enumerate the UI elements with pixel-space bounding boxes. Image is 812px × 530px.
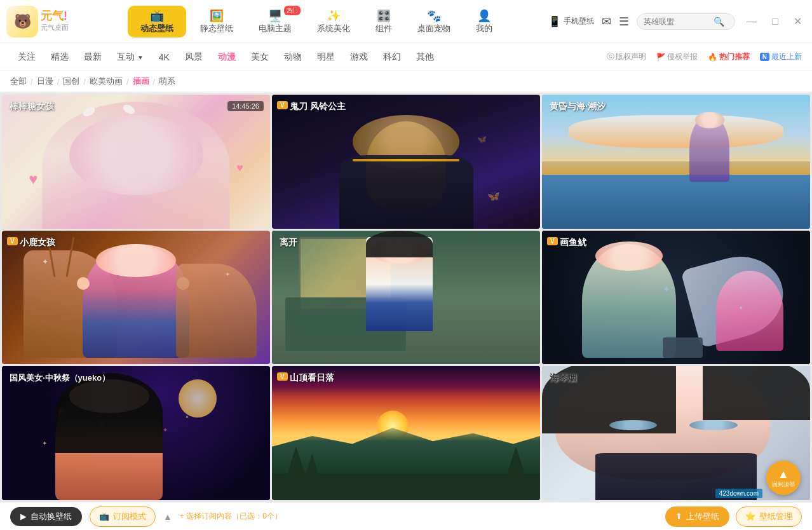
- wallpaper-item-5[interactable]: 离开: [272, 231, 540, 365]
- flag-icon: 🚩: [656, 53, 666, 62]
- wallpaper-item-4[interactable]: ✦ ✦ V 小鹿女孩: [2, 231, 270, 365]
- right-actions: ⬆ 上传壁纸 ⭐ 壁纸管理: [665, 506, 802, 527]
- maximize-btn[interactable]: □: [768, 15, 782, 29]
- sep2: /: [57, 77, 60, 86]
- wallpaper-item-7[interactable]: 🏮 🏮 ✦ ✦ ✦ 国风美女·中秋祭（yueko）: [2, 366, 270, 500]
- search-icon[interactable]: 🔍: [714, 17, 724, 27]
- bottom-bar: ▶ 自动换壁纸 📺 订阅模式 ▲ + 选择订阅内容（已选：0个） ⬆ 上传壁纸 …: [0, 502, 812, 530]
- play-icon: ▶: [20, 512, 27, 521]
- item-title-5: 离开: [280, 237, 297, 248]
- auto-wallpaper-btn[interactable]: ▶ 自动换壁纸: [10, 507, 82, 526]
- sep5: /: [153, 77, 156, 86]
- item-title-9: 海琴烟: [550, 372, 576, 384]
- item-overlay-1: [2, 95, 270, 229]
- subscribe-icon: 📺: [99, 512, 109, 521]
- sort-options: ⓒ 版权声明 🚩 侵权举报 🔥 热门推荐 N 最近上新: [607, 51, 802, 62]
- cat-star[interactable]: 明星: [309, 50, 342, 65]
- nav-tab-theme[interactable]: 热门 🖥️ 电脑主题: [247, 6, 303, 37]
- cat-scifi[interactable]: 科幻: [376, 50, 409, 65]
- new-badge-icon: N: [760, 53, 769, 61]
- wallpaper-bg-3: [542, 95, 810, 229]
- close-btn[interactable]: ✕: [790, 14, 806, 29]
- nav-tab-beauty[interactable]: ✨ 系统美化: [306, 6, 362, 37]
- email-icon[interactable]: ✉: [602, 15, 611, 29]
- subnav-all[interactable]: 全部: [10, 76, 27, 87]
- subnav-japanese[interactable]: 日漫: [37, 76, 53, 87]
- back-to-top-btn[interactable]: ▲ 回到顶部: [766, 461, 801, 495]
- arrow-up-icon: ▲: [778, 468, 789, 481]
- subscribe-btn[interactable]: 📺 订阅模式: [90, 506, 156, 527]
- nav-tabs: 📺 动态壁纸 🖼️ 静态壁纸 热门 🖥️ 电脑主题 ✨ 系统美化 🎛️ 组件: [83, 6, 548, 37]
- subnav-western[interactable]: 欧美动画: [90, 76, 123, 87]
- wallpaper-bg-5: [272, 231, 540, 365]
- vip-badge-8: V: [277, 372, 288, 381]
- upload-icon: ⬆: [675, 512, 682, 521]
- nav-tab-pet[interactable]: 🐾 桌面宠物: [406, 6, 462, 37]
- subnav-chinese[interactable]: 国创: [63, 76, 79, 87]
- chevron-up-icon[interactable]: ▲: [163, 512, 172, 522]
- minimize-btn[interactable]: —: [743, 15, 761, 29]
- vip-badge-2: V: [277, 101, 288, 109]
- star-icon: ⭐: [745, 512, 755, 521]
- cat-scenery[interactable]: 风景: [177, 50, 210, 65]
- item-title-7: 国风美女·中秋祭（yueko）: [10, 372, 110, 384]
- cat-beauty2[interactable]: 美女: [243, 50, 276, 65]
- cat-anime[interactable]: 动漫: [210, 50, 243, 65]
- sub-nav: 全部 / 日漫 / 国创 / 欧美动画 / 插画 / 萌系: [0, 71, 812, 93]
- wallpaper-item-6[interactable]: ✦ ✦ V 画鱼鱿: [542, 231, 810, 365]
- sep3: /: [83, 77, 86, 86]
- subnav-illustration[interactable]: 插画: [133, 76, 149, 87]
- wallpaper-bg-6: ✦ ✦: [542, 231, 810, 365]
- logo-text: 元气!: [41, 10, 69, 23]
- wallpaper-item-1[interactable]: ♥ ♥ 棒棒糖女孩 14:45:26: [2, 95, 270, 229]
- cat-interactive[interactable]: 互动 ▼: [109, 50, 151, 65]
- wallpaper-item-3[interactable]: 黄昏与海·潮汐: [542, 95, 810, 229]
- logo[interactable]: 🐻 元气! 元气桌面: [6, 6, 83, 37]
- nav-tab-widget[interactable]: 🎛️ 组件: [364, 6, 403, 37]
- wallpaper-mgr-btn[interactable]: ⭐ 壁纸管理: [736, 506, 802, 527]
- vip-badge-4: V: [7, 237, 18, 245]
- cat-game[interactable]: 游戏: [342, 50, 376, 65]
- wallpaper-item-2[interactable]: 🦋 🦋 V 鬼刀 风铃公主: [272, 95, 540, 229]
- cat-other[interactable]: 其他: [409, 50, 442, 65]
- upload-btn[interactable]: ⬆ 上传壁纸: [665, 506, 729, 527]
- wallpaper-grid: ♥ ♥ 棒棒糖女孩 14:45:26 🦋 🦋 V 鬼刀 风铃公主: [0, 93, 812, 502]
- category-nav: 关注 精选 最新 互动 ▼ 4K 风景 动漫 美女 动物 明星 游戏 科幻 其他…: [0, 43, 812, 71]
- search-box: 🔍: [637, 13, 735, 30]
- logo-sub: 元气桌面: [41, 23, 69, 32]
- select-content-link[interactable]: + 选择订阅内容（已选：0个）: [180, 511, 282, 522]
- sep1: /: [30, 77, 33, 86]
- copyright-icon: ⓒ: [607, 51, 614, 62]
- hot-badge: 热门: [284, 6, 301, 15]
- hot-sort[interactable]: 🔥 热门推荐: [708, 51, 750, 62]
- wallpaper-bg-8: [272, 366, 540, 500]
- search-input[interactable]: [644, 17, 714, 26]
- nav-tab-dynamic[interactable]: 📺 动态壁纸: [128, 6, 186, 37]
- nav-tab-static[interactable]: 🖼️ 静态壁纸: [189, 6, 245, 37]
- cat-follow[interactable]: 关注: [10, 50, 43, 65]
- header: 🐻 元气! 元气桌面 📺 动态壁纸 🖼️ 静态壁纸 热门 🖥️ 电脑主题: [0, 0, 812, 43]
- nav-tab-mine[interactable]: 👤 我的: [464, 6, 504, 37]
- cat-featured[interactable]: 精选: [43, 50, 76, 65]
- cat-4k[interactable]: 4K: [151, 50, 177, 64]
- cat-animal[interactable]: 动物: [276, 50, 309, 65]
- item-title-3: 黄昏与海·潮汐: [550, 101, 606, 112]
- subnav-cute[interactable]: 萌系: [159, 76, 175, 87]
- item-title-6: 画鱼鱿: [560, 237, 586, 248]
- vip-badge-6: V: [547, 237, 558, 245]
- menu-icon[interactable]: ☰: [619, 15, 629, 29]
- phone-wallpaper-btn[interactable]: 📱 手机壁纸: [548, 15, 594, 27]
- wallpaper-item-8[interactable]: V 山顶看日落: [272, 366, 540, 500]
- wallpaper-bg-4: ✦ ✦: [2, 231, 270, 365]
- wallpaper-bg-2: 🦋 🦋: [272, 95, 540, 229]
- wallpaper-bg-7: 🏮 🏮 ✦ ✦ ✦: [2, 366, 270, 500]
- copyright-link[interactable]: ⓒ 版权声明: [607, 51, 646, 62]
- item-title-4: 小鹿女孩: [20, 237, 55, 248]
- item-title-8: 山顶看日落: [290, 372, 334, 384]
- new-sort[interactable]: N 最近上新: [760, 51, 802, 62]
- report-link[interactable]: 🚩 侵权举报: [656, 51, 698, 62]
- sep4: /: [126, 77, 129, 86]
- header-right: 📱 手机壁纸 ✉ ☰ 🔍 — □ ✕: [548, 13, 806, 30]
- cat-latest[interactable]: 最新: [76, 50, 109, 65]
- flame-icon: 🔥: [708, 53, 717, 62]
